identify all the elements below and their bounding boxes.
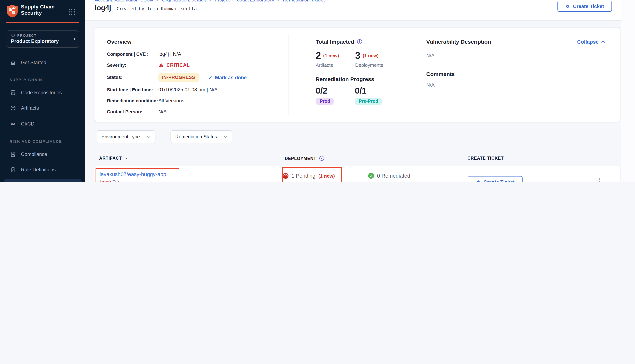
remediation-status-filter[interactable]: Remediation Status <box>170 130 232 143</box>
sidebar-item-compliance[interactable]: Compliance <box>0 148 85 160</box>
sidebar-item-cicd[interactable]: ∞ CI/CD <box>0 118 85 129</box>
remediation-condition-label: Remediation condition: <box>107 98 158 103</box>
breadcrumb-separator: > <box>277 0 280 2</box>
remediation-condition-value: All Versions <box>158 98 184 104</box>
chevron-down-icon <box>224 136 228 138</box>
sidebar: Supply ChainSecurity PROJECT Product Exp… <box>0 0 85 182</box>
new-label: (new <box>100 178 111 182</box>
overview-section: Overview Component | CVE : log4j | N/A S… <box>94 28 288 122</box>
preprod-progress: 0/1 Pre-Prod <box>355 86 382 105</box>
pending-gauge-icon <box>283 173 289 179</box>
row-menu-kebab-icon[interactable] <box>596 178 602 182</box>
main-content: Account: Automation-SSCA > Organization:… <box>85 0 621 182</box>
vulnerability-description-heading: Vulnerability Description <box>426 38 491 45</box>
pending-count: 1 Pending <box>291 173 315 179</box>
breadcrumb-separator: > <box>156 0 159 2</box>
breadcrumb-remediation-tracker[interactable]: Remediation Tracker <box>283 0 327 2</box>
breadcrumb-account[interactable]: Account: Automation-SSCA <box>95 0 153 2</box>
app-window: Supply ChainSecurity PROJECT Product Exp… <box>0 0 635 182</box>
jira-diamond-icon <box>476 180 481 182</box>
remediated-count: 0 Remediated <box>377 173 410 179</box>
code-repository-icon <box>10 89 16 96</box>
impacted-deployments: 3(1 new) Deployments <box>355 50 383 68</box>
comments-heading: Comments <box>426 71 605 77</box>
column-header-artifact[interactable]: ARTIFACT ▲ <box>99 156 128 160</box>
section-label-risk-and-compliance: RISK AND COMPLIANCE <box>10 140 62 144</box>
breadcrumb-project[interactable]: Project: Product Exploratory <box>215 0 274 2</box>
mark-as-done-link[interactable]: ✓ Mark as done <box>208 74 247 80</box>
remediation-progress-heading: Remediation Progress <box>316 76 418 82</box>
info-icon[interactable]: i <box>357 39 362 44</box>
collapse-link[interactable]: Collapse <box>577 39 605 44</box>
status-label: Status: <box>107 75 158 80</box>
cube-icon <box>11 34 15 38</box>
table-row: lavakush07/easy-buggy-app (new i ) 1 Pen… <box>94 166 620 182</box>
remediation-tracker-icon <box>10 182 16 182</box>
project-label: PROJECT <box>11 34 37 38</box>
project-name: Product Exploratory <box>11 38 59 44</box>
total-impacted-heading: Total Impacted <box>316 38 354 45</box>
info-icon[interactable]: i <box>112 180 116 182</box>
chevron-right-icon: › <box>73 35 75 42</box>
check-icon: ✓ <box>208 74 213 80</box>
preprod-badge: Pre-Prod <box>355 98 382 105</box>
artifacts-label: Artifacts <box>316 62 339 68</box>
create-ticket-button[interactable]: Create Ticket <box>468 176 523 182</box>
column-header-create-ticket: CREATE TICKET <box>468 156 504 160</box>
new-label-close: ) <box>117 178 119 182</box>
comments-value: N/A <box>426 82 605 88</box>
sidebar-item-code-repositories[interactable]: Code Repositories <box>0 87 85 98</box>
contact-person-label: Contact Person: <box>107 109 158 114</box>
column-header-deployment: DEPLOYMENT i <box>285 156 324 161</box>
supply-chain-security-logo-icon <box>6 4 18 18</box>
prod-progress: 0/2 Prod <box>316 86 334 105</box>
time-value: 01/10/2025 01:08 pm | N/A <box>158 87 218 92</box>
clipboard-check-icon <box>10 166 16 173</box>
deployment-cell: 1 Pending (1 new) Prod: 1 Pre-Prod: 0 <box>283 173 343 182</box>
brand-accent-divider <box>6 22 79 22</box>
deployments-count: 3 <box>355 50 360 61</box>
infinity-icon: ∞ <box>10 120 16 127</box>
page-title: log4j <box>95 4 111 12</box>
artifact-link[interactable]: lavakush07/easy-buggy-app <box>100 170 272 178</box>
preprod-progress-value: 0/1 <box>355 86 382 96</box>
page-header: Account: Automation-SSCA > Organization:… <box>85 0 621 20</box>
severity-label: Severity: <box>107 62 158 68</box>
environment-type-filter[interactable]: Environment Type <box>97 130 155 143</box>
sidebar-item-remediation-tracker[interactable]: Remediation Tracker <box>4 179 82 182</box>
app-grid-icon[interactable] <box>69 9 75 15</box>
create-ticket-button[interactable]: Create Ticket <box>557 1 612 12</box>
prod-badge: Prod <box>316 98 334 105</box>
warning-triangle-icon <box>158 63 164 68</box>
chevron-down-icon <box>147 136 151 138</box>
app-title: Supply ChainSecurity <box>21 4 55 16</box>
overview-heading: Overview <box>107 38 288 45</box>
breadcrumb: Account: Automation-SSCA > Organization:… <box>95 0 327 2</box>
document-search-icon <box>10 151 16 158</box>
home-icon <box>10 59 16 66</box>
info-icon[interactable]: i <box>319 156 324 161</box>
section-label-supply-chain: SUPPLY CHAIN <box>10 78 42 82</box>
impacted-artifacts: 2(1 new) Artifacts <box>316 50 339 68</box>
jira-diamond-icon <box>565 4 570 8</box>
breadcrumb-separator: > <box>209 0 212 2</box>
remediated-cell: 0 Remediated Prod: 0 Pre-Prod: 0 <box>368 173 429 182</box>
deployments-new-count: (1 new) <box>363 53 378 58</box>
sidebar-item-artifacts[interactable]: Artifacts <box>0 102 85 114</box>
sidebar-item-rule-definitions[interactable]: Rule Definitions <box>0 164 85 175</box>
vulnerability-section: Vulnerability Description Collapse N/A C… <box>418 28 620 122</box>
status-badge: IN-PROGRESS <box>158 73 199 82</box>
time-label: Start time | End time: <box>107 87 158 92</box>
prod-progress-value: 0/2 <box>316 86 334 96</box>
chevron-up-icon <box>601 40 605 43</box>
artifacts-count: 2 <box>316 50 321 61</box>
breadcrumb-organization[interactable]: Organization: default <box>162 0 206 2</box>
component-cve-value: log4j | N/A <box>158 51 181 57</box>
check-circle-icon <box>368 173 374 179</box>
created-by-text: Created by Teja Kummarikuntla <box>117 6 197 12</box>
sidebar-item-get-started[interactable]: Get Started <box>0 57 85 68</box>
contact-person-value: N/A <box>158 109 167 114</box>
project-selector[interactable]: PROJECT Product Exploratory › <box>6 30 79 48</box>
artifact-cell: lavakush07/easy-buggy-app (new i ) <box>100 170 272 182</box>
sort-ascending-icon: ▲ <box>125 156 128 160</box>
